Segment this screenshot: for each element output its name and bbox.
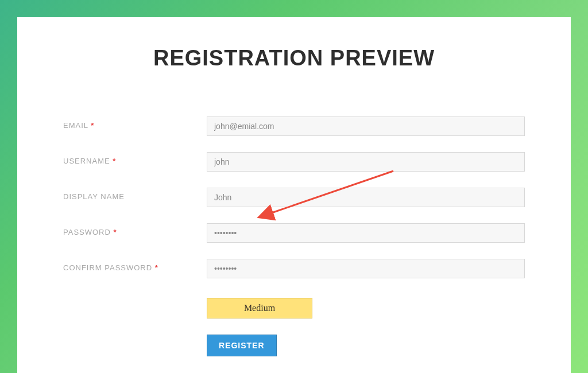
email-input[interactable] [207,116,525,136]
action-area: Medium REGISTER [207,294,525,356]
email-row: EMAIL * [63,116,525,136]
confirm-password-label: CONFIRM PASSWORD * [63,259,207,272]
email-label-text: EMAIL [63,121,88,130]
confirm-password-required-mark: * [155,263,158,272]
username-required-mark: * [113,157,116,165]
email-label: EMAIL * [63,116,207,130]
password-row: PASSWORD * [63,223,525,243]
email-required-mark: * [91,121,94,130]
password-required-mark: * [114,228,117,236]
register-button[interactable]: REGISTER [207,335,277,356]
display-name-input[interactable] [207,188,525,207]
username-row: USERNAME * [63,152,525,172]
password-label-text: PASSWORD [63,228,111,236]
password-label: PASSWORD * [63,223,207,236]
confirm-password-input[interactable] [207,259,525,278]
password-input[interactable] [207,223,525,243]
username-label: USERNAME * [63,152,207,165]
display-name-label-text: DISPLAY NAME [63,192,125,201]
registration-form-container: REGISTRATION PREVIEW EMAIL * USERNAME * … [17,17,571,373]
password-strength-badge: Medium [207,298,312,318]
username-label-text: USERNAME [63,157,110,165]
display-name-row: DISPLAY NAME [63,188,525,207]
confirm-password-row: CONFIRM PASSWORD * [63,259,525,278]
display-name-label: DISPLAY NAME [63,188,207,201]
page-title: REGISTRATION PREVIEW [63,46,525,71]
confirm-password-label-text: CONFIRM PASSWORD [63,263,152,272]
username-input[interactable] [207,152,525,172]
